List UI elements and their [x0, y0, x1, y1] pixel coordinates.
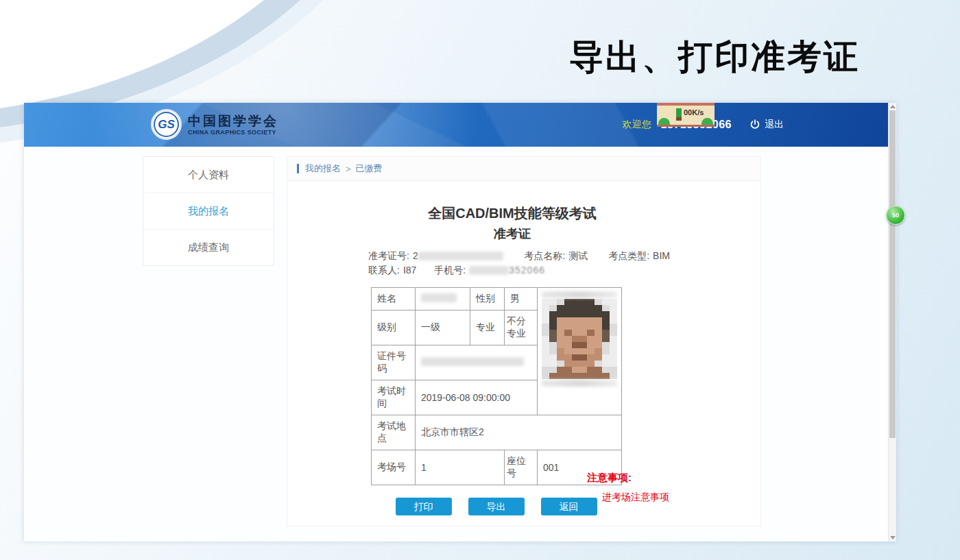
id-photo [538, 288, 622, 415]
export-button[interactable]: 导出 [468, 498, 525, 515]
speed-text: 00K/s [684, 108, 704, 117]
print-button[interactable]: 打印 [396, 498, 452, 515]
exam-time-label: 考试时间 [372, 380, 416, 415]
notes-section: 注意事项: 进考场注意事项 [587, 472, 669, 504]
bush-icon [701, 118, 713, 125]
major-value: 不分专业 [505, 311, 538, 345]
ticket-no-redacted [418, 252, 504, 260]
ticket-no-visible: 2 [413, 249, 418, 263]
welcome-text: 欢迎您 [623, 119, 651, 131]
mobile-visible: 352066 [509, 263, 545, 278]
tree-icon [676, 108, 682, 121]
sidebar: 个人资料 我的报名 成绩查询 [143, 156, 274, 266]
mobile-label: 手机号: [434, 263, 466, 278]
sidebar-item-profile[interactable]: 个人资料 [143, 157, 274, 193]
breadcrumb: 我的报名 > 已缴费 [287, 157, 760, 181]
browser-screenshot: GS 中国图学学会 CHINA GRAPHICS SOCIETY 欢迎您 187… [24, 103, 896, 541]
logo[interactable]: GS 中国图学学会 CHINA GRAPHICS SOCIETY [151, 109, 278, 140]
notes-title: 注意事项: [587, 472, 632, 483]
slide-title: 导出、打印准考证 [569, 34, 860, 80]
name-label: 姓名 [372, 288, 416, 311]
photo-blur-bottom [542, 380, 617, 387]
bush-icon [658, 118, 670, 125]
logout-button[interactable]: 退出 [765, 119, 784, 131]
scrollbar[interactable] [888, 103, 896, 541]
exam-place-value: 北京市市辖区2 [416, 415, 622, 450]
button-row: 打印 导出 返回 [371, 498, 621, 515]
site-name-label: 考点名称: [524, 249, 565, 263]
gender-label: 性别 [470, 288, 505, 311]
mobile-redacted [469, 266, 509, 275]
breadcrumb-current: 已缴费 [356, 162, 383, 175]
logo-emblem-icon: GS [151, 109, 182, 140]
logo-name-cn: 中国图学学会 [188, 114, 278, 129]
scroll-down-icon[interactable] [890, 536, 896, 539]
ticket-info: 准考证号: 2 考点名称: 测试 考点类型: BIM 联系人: I87 手机号:… [368, 249, 670, 278]
exam-place-label: 考试地点 [372, 415, 416, 450]
site-name-value: 测试 [568, 249, 588, 263]
admission-ticket: 全国CAD/BIM技能等级考试 准考证 准考证号: 2 考点名称: 测试 考点类… [287, 181, 760, 526]
photo-blur-top [542, 291, 617, 298]
notes-link[interactable]: 进考场注意事项 [602, 491, 669, 504]
power-icon[interactable] [749, 119, 760, 130]
scroll-up-icon[interactable] [890, 105, 896, 108]
floating-badge-text: 50 [892, 212, 899, 219]
room-value: 1 [416, 450, 505, 485]
scrollbar-thumb[interactable] [889, 110, 896, 438]
sidebar-item-my-registration[interactable]: 我的报名 [143, 193, 274, 230]
name-value-redacted [416, 288, 470, 311]
ticket-table: 姓名 性别 男 级别 一级 专业 不分专业 [371, 287, 622, 485]
ticket-info-line1: 准考证号: 2 考点名称: 测试 考点类型: BIM [368, 249, 670, 263]
app-header: GS 中国图学学会 CHINA GRAPHICS SOCIETY 欢迎您 187… [24, 103, 888, 147]
breadcrumb-separator: > [346, 164, 351, 174]
room-label: 考场号 [372, 450, 416, 485]
network-speed-widget: 00K/s [657, 103, 715, 127]
table-row: 考试地点 北京市市辖区2 [372, 415, 622, 450]
ticket-info-line2: 联系人: I87 手机号: 352066 [368, 263, 670, 278]
level-value: 一级 [416, 311, 470, 345]
floating-badge[interactable]: 50 [886, 206, 905, 225]
level-label: 级别 [372, 311, 416, 345]
breadcrumb-section[interactable]: 我的报名 [305, 162, 341, 175]
site-type-value: BIM [653, 249, 670, 263]
id-number-redacted [421, 357, 524, 366]
id-number-label: 证件号码 [372, 345, 416, 380]
logo-emblem-text: GS [158, 118, 175, 132]
sidebar-item-score-query[interactable]: 成绩查询 [143, 230, 274, 265]
breadcrumb-bar-icon [297, 164, 299, 173]
logo-text: 中国图学学会 CHINA GRAPHICS SOCIETY [188, 114, 278, 136]
main-panel: 我的报名 > 已缴费 全国CAD/BIM技能等级考试 准考证 准考证号: 2 考… [287, 156, 761, 526]
site-type-label: 考点类型: [608, 249, 649, 263]
contact-value: I87 [403, 263, 416, 278]
gender-value: 男 [505, 288, 538, 311]
logo-name-en: CHINA GRAPHICS SOCIETY [188, 129, 278, 136]
ticket-title: 准考证 [368, 226, 656, 242]
table-row: 姓名 性别 男 [372, 288, 622, 311]
major-label: 专业 [470, 311, 505, 345]
id-number-value-redacted [416, 345, 538, 380]
exam-time-value: 2019-06-08 09:00:00 [416, 380, 538, 415]
seat-label: 座位号 [505, 450, 538, 485]
contact-label: 联系人: [368, 263, 400, 278]
name-redacted [421, 293, 457, 302]
ticket-no-label: 准考证号: [368, 249, 409, 263]
pixelated-face-photo [542, 299, 617, 379]
exam-title: 全国CAD/BIM技能等级考试 [368, 181, 656, 223]
table-row: 考场号 1 座位号 001 [372, 450, 622, 485]
